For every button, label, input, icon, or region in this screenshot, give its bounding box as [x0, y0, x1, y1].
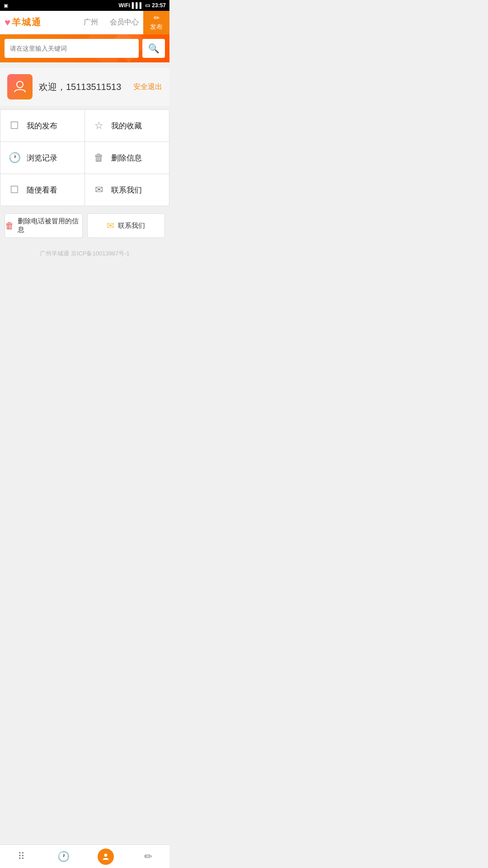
wifi-icon: WiFi: [119, 2, 130, 9]
browse-history-item[interactable]: 🕐 浏览记录: [0, 142, 85, 174]
status-time: 23:57: [152, 2, 166, 9]
my-publish-item[interactable]: ☐ 我的发布: [0, 110, 85, 142]
member-center-link[interactable]: 会员中心: [105, 18, 143, 27]
status-bar: ▣ WiFi ▌▌▌ ▭ 23:57: [0, 0, 169, 11]
browse-random-item[interactable]: ☐ 随便看看: [0, 174, 85, 206]
publish-label: 发布: [150, 23, 163, 31]
user-welcome-section: 欢迎，15113511513 安全退出: [0, 68, 169, 106]
avatar-icon: [13, 80, 27, 94]
avatar: [7, 74, 33, 99]
mail-icon: ✉: [93, 184, 105, 196]
clock-icon: 🕐: [9, 152, 20, 164]
publish-button[interactable]: ✏ 发布: [143, 11, 169, 34]
delete-icon: 🗑: [93, 152, 105, 164]
header: ♥ 羊城通 广州 会员中心 ✏ 发布: [0, 11, 169, 34]
status-left: ▣: [4, 3, 8, 9]
battery-icon: ▭: [145, 2, 150, 9]
envelope-icon: ✉: [107, 220, 114, 231]
contact-us-item[interactable]: ✉ 联系我们: [85, 174, 169, 206]
grid-row-2: 🕐 浏览记录 🗑 删除信息: [0, 142, 169, 174]
my-favorites-label: 我的收藏: [111, 121, 142, 131]
my-publish-label: 我的发布: [27, 121, 57, 131]
contact-us-label: 联系我们: [111, 185, 142, 195]
logo-heart-icon: ♥: [5, 17, 10, 28]
favorites-icon: ☆: [93, 120, 105, 132]
search-button[interactable]: 🔍: [142, 39, 165, 58]
my-favorites-item[interactable]: ☆ 我的收藏: [85, 110, 169, 142]
footer: 广州羊城通 京ICP备10013987号-1: [0, 245, 169, 267]
logo-area: ♥ 羊城通: [5, 16, 76, 28]
contact-us-btn-label: 联系我们: [118, 222, 145, 230]
signal-icon: ▌▌▌: [132, 2, 144, 9]
action-buttons: 🗑 删除电话被冒用的信息 ✉ 联系我们: [0, 206, 169, 245]
search-area: 🔍: [0, 34, 169, 62]
browse-history-label: 浏览记录: [27, 153, 57, 163]
search-input-wrap: [5, 39, 139, 58]
browse-random-label: 随便看看: [27, 185, 57, 195]
search-icon: 🔍: [148, 43, 160, 54]
delete-trash-icon: 🗑: [5, 221, 14, 231]
svg-point-0: [17, 81, 23, 88]
random-browse-icon: ☐: [9, 184, 20, 196]
grid-row-3: ☐ 随便看看 ✉ 联系我们: [0, 174, 169, 206]
search-input[interactable]: [10, 45, 133, 52]
grid-row-1: ☐ 我的发布 ☆ 我的收藏: [0, 110, 169, 142]
edit-icon: ✏: [154, 14, 160, 22]
delete-phone-abuse-label: 删除电话被冒用的信息: [18, 217, 82, 234]
logo-text: 羊城通: [12, 16, 42, 28]
welcome-text: 欢迎，15113511513: [39, 81, 133, 93]
footer-text: 广州羊城通 京ICP备10013987号-1: [40, 250, 130, 257]
delete-info-label: 删除信息: [111, 153, 142, 163]
delete-phone-abuse-button[interactable]: 🗑 删除电话被冒用的信息: [5, 213, 83, 238]
safe-logout-button[interactable]: 安全退出: [133, 82, 162, 92]
publish-icon: ☐: [9, 120, 20, 132]
status-app-icon: ▣: [4, 3, 8, 9]
grid-menu: ☐ 我的发布 ☆ 我的收藏 🕐 浏览记录 🗑 删除信息 ☐ 随便看看: [0, 109, 169, 206]
status-right: WiFi ▌▌▌ ▭ 23:57: [119, 2, 166, 9]
city-label[interactable]: 广州: [76, 18, 105, 27]
contact-us-button[interactable]: ✉ 联系我们: [87, 213, 165, 238]
delete-info-item[interactable]: 🗑 删除信息: [85, 142, 169, 174]
